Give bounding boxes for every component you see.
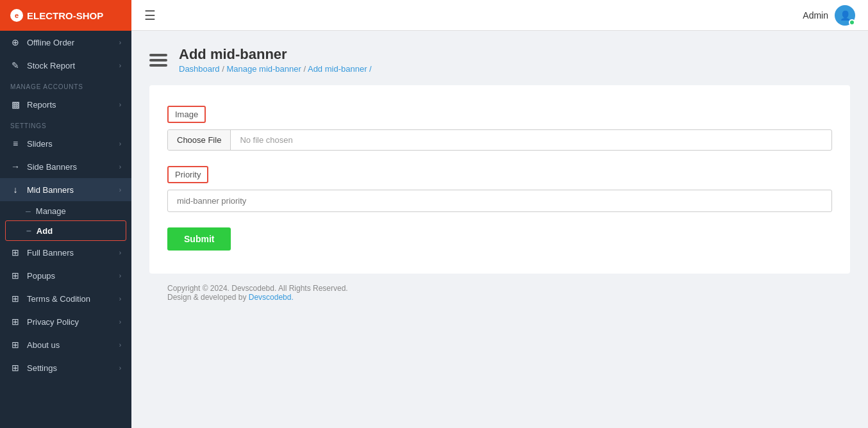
breadcrumb-manage-mid-banner[interactable]: Manage mid-banner [226,64,301,74]
chevron-icon: › [119,318,121,325]
breadcrumb-dashboard[interactable]: Dashboard [179,64,220,74]
sub-dash-icon: – [26,206,31,216]
sidebar-logo[interactable]: e ELECTRO-SHOP [0,0,131,31]
header-bar-2 [149,59,167,62]
sidebar-item-label: Popups [27,271,55,281]
chevron-icon: › [119,39,121,46]
topbar-right: Admin 👤 [803,5,855,26]
footer: Copyright © 2024. Devscodebd. All Rights… [149,274,850,308]
chevron-icon: › [119,342,121,349]
subitem-label: Add [37,226,53,236]
sidebar-item-label: Terms & Codition [27,294,90,304]
sidebar-subitem-manage[interactable]: – Manage [0,201,131,220]
priority-label: Priority [167,166,208,183]
avatar-online-badge [849,19,855,26]
chevron-icon: › [119,101,121,108]
priority-input[interactable] [167,190,832,212]
sidebar-item-settings[interactable]: ⊞ Settings › [0,356,131,379]
sidebar-item-label: Sliders [27,139,53,149]
sidebar-item-about-us[interactable]: ⊞ About us › [0,333,131,356]
sidebar-item-label: Stock Report [27,61,75,70]
sidebar-item-popups[interactable]: ⊞ Popups › [0,264,131,287]
sidebar-item-privacy-policy[interactable]: ⊞ Privacy Policy › [0,310,131,333]
full-banners-icon: ⊞ [10,247,21,258]
terms-icon: ⊞ [10,293,21,304]
sidebar-item-stock-report[interactable]: ✎ Stock Report › [0,54,131,77]
chevron-icon: › [119,186,121,193]
admin-label: Admin [803,10,828,21]
sidebar-item-label: Privacy Policy [27,317,79,327]
page-title-block: Add mid-banner Dashboard / Manage mid-ba… [179,46,372,74]
footer-line2: Design & developed by Devscodebd. [167,293,832,302]
sub-dash-icon: – [26,226,31,236]
chevron-icon: › [119,62,121,69]
topbar-left: ☰ [144,8,156,23]
sidebar-item-label: Settings [27,363,57,373]
sidebar-item-full-banners[interactable]: ⊞ Full Banners › [0,241,131,264]
chevron-icon: › [119,365,121,372]
chevron-icon: › [119,272,121,279]
main-area: ☰ Admin 👤 Add mid-banner Dashboard / [131,0,868,428]
settings-icon: ⊞ [10,363,21,373]
reports-icon: ▩ [10,99,21,110]
design-company-link[interactable]: Devscodebd. [249,293,294,302]
submit-button[interactable]: Submit [167,227,231,251]
manage-accounts-label: MANAGE ACCOUNTS [0,77,131,93]
no-file-text: No file chosen [231,130,831,150]
sidebar-subitem-add[interactable]: – Add [5,220,126,241]
choose-file-button[interactable]: Choose File [168,130,231,150]
privacy-icon: ⊞ [10,317,21,327]
sidebar: e ELECTRO-SHOP ⊕ Offline Order › ✎ Stock… [0,0,131,428]
header-bar-1 [149,54,167,56]
logo-text: ELECTRO-SHOP [27,10,103,21]
about-icon: ⊞ [10,340,21,350]
side-banners-icon: → [10,161,21,172]
company-name: Devscodebd. [231,284,276,293]
page-header: Add mid-banner Dashboard / Manage mid-ba… [149,46,850,74]
settings-label: SETTINGS [0,116,131,132]
sidebar-item-mid-banners[interactable]: ↓ Mid Banners › [0,178,131,201]
rights-text: All Rights Reserved. [278,284,348,293]
chevron-icon: › [119,249,121,256]
sidebar-item-terms-condition[interactable]: ⊞ Terms & Codition › [0,287,131,310]
chevron-icon: › [119,163,121,170]
hamburger-icon[interactable]: ☰ [144,8,156,23]
header-bar-3 [149,64,167,67]
sliders-icon: ≡ [10,138,21,149]
avatar[interactable]: 👤 [835,5,855,26]
topbar: ☰ Admin 👤 [131,0,868,31]
sidebar-item-side-banners[interactable]: → Side Banners › [0,155,131,178]
form-card: Image Choose File No file chosen Priorit… [149,85,850,274]
logo-icon: e [10,9,23,22]
mid-banners-icon: ↓ [10,185,21,195]
sidebar-item-reports[interactable]: ▩ Reports › [0,93,131,116]
sidebar-item-label: Mid Banners [27,185,74,195]
sidebar-item-label: Side Banners [27,162,77,172]
breadcrumb-add-mid-banner[interactable]: Add mid-banner / [308,64,372,74]
image-label: Image [167,106,206,123]
stock-report-icon: ✎ [10,60,21,70]
page-header-icon [149,54,167,67]
design-text: Design & developed by [167,293,249,302]
chevron-icon: › [119,140,121,147]
sidebar-item-label: About us [27,340,60,350]
sidebar-item-label: Full Banners [27,248,74,258]
sidebar-item-label: Reports [27,100,56,110]
offline-order-icon: ⊕ [10,37,21,47]
footer-line1: Copyright © 2024. Devscodebd. All Rights… [167,284,832,293]
file-input-wrapper: Choose File No file chosen [167,129,832,151]
sidebar-item-offline-order[interactable]: ⊕ Offline Order › [0,31,131,54]
content: Add mid-banner Dashboard / Manage mid-ba… [131,31,868,428]
avatar-icon: 👤 [840,10,851,21]
sidebar-item-label: Offline Order [27,38,74,47]
page-title: Add mid-banner [179,46,372,63]
popups-icon: ⊞ [10,270,21,281]
copyright-text: Copyright © 2024. [167,284,230,293]
subitem-label: Manage [36,206,66,216]
chevron-icon: › [119,295,121,302]
breadcrumb: Dashboard / Manage mid-banner / Add mid-… [179,64,372,74]
sidebar-item-sliders[interactable]: ≡ Sliders › [0,132,131,155]
image-field: Image Choose File No file chosen [167,106,832,151]
priority-field: Priority [167,166,832,212]
